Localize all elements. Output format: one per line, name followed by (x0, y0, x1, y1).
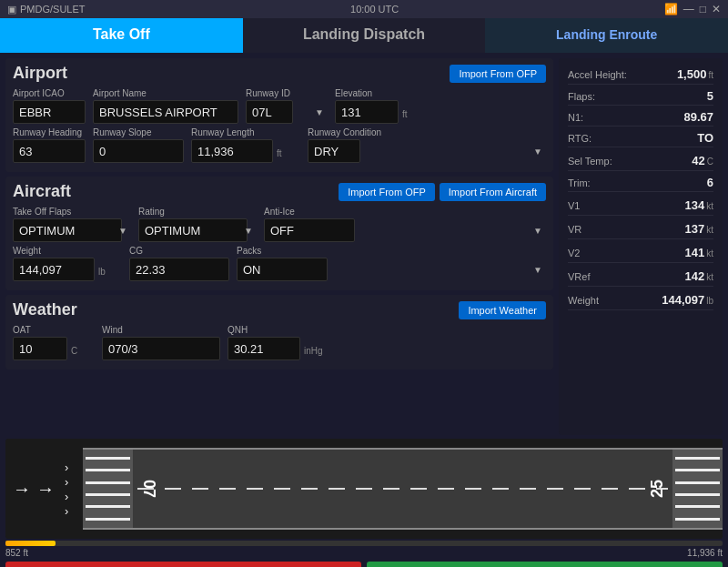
threshold-line (86, 505, 130, 508)
main-content: Airport Import From OFP Airport ICAO Air… (0, 53, 728, 435)
slope-input[interactable] (93, 139, 184, 163)
runway-progress-area: 852 ft 11,936 ft (5, 541, 723, 558)
condition-select[interactable]: DRY (308, 139, 360, 163)
progress-bar (5, 541, 723, 546)
maximize-button[interactable]: □ (700, 3, 706, 15)
right-threshold-block (672, 450, 723, 528)
import-weather-button[interactable]: Import Weather (459, 301, 546, 319)
right-panel: Accel Height: 1,500ft Flaps: 5 N1: 89.67… (559, 58, 723, 435)
tab-landing-dispatch[interactable]: Landing Dispatch (243, 18, 486, 53)
runway-arrows: → → (13, 479, 55, 500)
oat-unit: C (71, 346, 77, 360)
length-input[interactable] (191, 139, 273, 163)
stat-v1: V1 134kt (568, 195, 713, 216)
rating-select[interactable]: OPTIMUM (138, 218, 248, 242)
elevation-input[interactable] (335, 100, 399, 124)
qnh-label: QNH (228, 325, 546, 335)
packs-select[interactable]: ON (237, 258, 328, 281)
slope-label: Runway Slope (93, 127, 184, 137)
aircraft-section: Aircraft Import From OFP Import From Air… (5, 177, 553, 290)
condition-label: Runway Condition (308, 127, 546, 137)
import-aircraft-button[interactable]: Import From Aircraft (440, 183, 546, 201)
minimize-button[interactable]: — (683, 3, 694, 15)
stat-vr: VR 137kt (568, 218, 713, 239)
airport-title: Airport (13, 64, 67, 83)
arrow-left-2: → (36, 479, 55, 500)
packs-label: Packs (237, 246, 546, 256)
condition-chevron: ▼ (533, 147, 542, 157)
app-name: PMDG/SULET (20, 4, 86, 15)
packs-chevron: ▼ (533, 265, 542, 275)
stat-vref: VRef 142kt (568, 266, 713, 287)
oat-input[interactable] (13, 337, 67, 360)
runway-id-label: Runway ID (246, 88, 328, 98)
app-icon: ▣ (7, 4, 16, 15)
stat-n1: N1: 89.67 (568, 108, 713, 127)
cg-input[interactable] (129, 258, 229, 281)
stat-sel-temp: Sel Temp: 42C (568, 150, 713, 171)
threshold-line-r (675, 493, 720, 496)
dist-left: 852 ft (5, 548, 28, 558)
elevation-unit: ft (402, 109, 408, 124)
stat-flaps: Flaps: 5 (568, 87, 713, 106)
progress-fill (5, 541, 56, 546)
threshold-line-r (675, 481, 720, 484)
import-ofp-airport-button[interactable]: Import From OFP (450, 65, 546, 83)
anti-ice-chevron: ▼ (533, 226, 542, 236)
stat-trim: Trim: 6 (568, 174, 713, 192)
threshold-line-r (675, 505, 720, 508)
runway-number-right: 25 (647, 480, 666, 498)
tab-landing-enroute[interactable]: Landing Enroute (485, 18, 728, 53)
anti-ice-select[interactable]: OFF (264, 218, 355, 242)
rating-label: Rating (138, 207, 257, 217)
weight-label: Weight (13, 246, 122, 256)
heading-input[interactable] (13, 139, 86, 163)
qnh-unit: inHg (304, 346, 323, 360)
stat-weight: Weight 144,097lb (568, 289, 713, 310)
stat-accel-height: Accel Height: 1,500ft (568, 64, 713, 85)
weight-input[interactable] (13, 258, 95, 281)
airport-name-label: Airport Name (93, 88, 238, 98)
time-display: 10:00 UTC (350, 4, 399, 15)
clear-button[interactable]: Clear (5, 562, 361, 567)
aircraft-title: Aircraft (13, 182, 71, 201)
threshold-line-r (675, 469, 720, 471)
threshold-line (86, 469, 130, 471)
runway-surface: 07 25 (83, 448, 723, 530)
flaps-label: Take Off Flaps (13, 207, 131, 217)
threshold-line (86, 457, 130, 460)
runway-id-select[interactable]: 07L (246, 100, 293, 124)
left-panel: Airport Import From OFP Airport ICAO Air… (5, 58, 553, 435)
bottom-buttons: Clear Calculate 飞行者联盟China Flier (5, 562, 723, 567)
runway-id-chevron: ▼ (315, 107, 324, 117)
center-line (137, 488, 668, 490)
length-label: Runway Length (191, 127, 300, 137)
left-threshold-block (83, 450, 133, 528)
import-ofp-aircraft-button[interactable]: Import From OFP (339, 183, 435, 201)
close-button[interactable]: ✕ (712, 3, 721, 15)
weather-section: Weather Import Weather OAT C Wind QNH (5, 295, 553, 370)
flaps-select[interactable]: OPTIMUM (13, 218, 122, 242)
threshold-line (86, 518, 130, 521)
wind-input[interactable] (102, 337, 220, 360)
tab-takeoff[interactable]: Take Off (0, 18, 243, 53)
stat-rtg: RTG: TO (568, 129, 713, 147)
airport-name-input[interactable] (93, 100, 238, 124)
elevation-label: Elevation (335, 88, 546, 98)
arrow-left-1: → (13, 479, 31, 500)
icao-input[interactable] (13, 100, 86, 124)
length-unit: ft (277, 148, 282, 163)
stat-v2: V2 141kt (568, 242, 713, 263)
threshold-line (86, 481, 130, 484)
signal-icon: 📶 (664, 3, 678, 15)
calculate-button[interactable]: Calculate 飞行者联盟China Flier (367, 562, 723, 567)
tab-bar: Take Off Landing Dispatch Landing Enrout… (0, 18, 728, 53)
runway-distances: 852 ft 11,936 ft (5, 548, 723, 558)
runway-visual: → → ›››› 07 25 (5, 439, 723, 539)
oat-label: OAT (13, 325, 95, 335)
qnh-input[interactable] (228, 337, 300, 360)
threshold-line-r (675, 518, 720, 521)
wind-label: Wind (102, 325, 220, 335)
dist-right: 11,936 ft (687, 548, 723, 558)
anti-ice-label: Anti-Ice (264, 207, 546, 217)
